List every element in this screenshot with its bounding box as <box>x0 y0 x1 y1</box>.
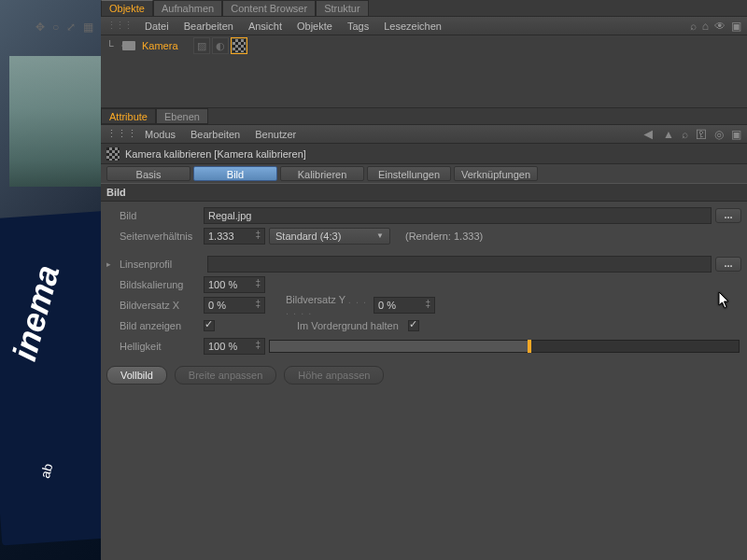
input-bild-path[interactable] <box>204 207 712 224</box>
circle-icon[interactable]: ○ <box>52 21 59 34</box>
menu-tags[interactable]: Tags <box>340 19 376 34</box>
menu-objekte[interactable]: Objekte <box>289 19 340 34</box>
label-brightness: Helligkeit <box>106 341 200 352</box>
manager-panel: Objekte Aufnahmen Content Browser Strukt… <box>101 0 747 560</box>
menu-bearbeiten[interactable]: Bearbeiten <box>176 19 241 34</box>
subtab-verknuepfungen[interactable]: Verknüpfungen <box>454 166 538 181</box>
checkbox-show-image[interactable] <box>204 320 215 331</box>
menu-datei[interactable]: Datei <box>137 19 176 34</box>
target-icon[interactable]: ◎ <box>714 128 724 141</box>
attr-menu-modus[interactable]: Modus <box>137 127 183 142</box>
tab-content-browser[interactable]: Content Browser <box>222 0 316 16</box>
attribute-object-header: Kamera kalibrieren [Kamera kalibrieren] <box>101 144 747 164</box>
subtab-einstellungen[interactable]: Einstellungen <box>367 166 451 181</box>
section-heading: Bild <box>101 183 747 202</box>
slider-brightness[interactable] <box>269 340 740 353</box>
subtab-kalibrieren[interactable]: Kalibrieren <box>280 166 364 181</box>
input-offset-y[interactable]: 0 % <box>374 297 435 314</box>
browse-lens-button[interactable]: ... <box>715 257 741 272</box>
eye-icon[interactable]: 👁 <box>714 20 726 33</box>
home-icon[interactable]: ⌂ <box>702 20 709 33</box>
aspect-render-note: (Rendern: 1.333) <box>405 231 483 242</box>
fit-buttons: Vollbild Breite anpassen Höhe anpassen <box>101 360 747 390</box>
object-manager-menu: ⋮⋮⋮ Datei Bearbeiten Ansicht Objekte Tag… <box>101 17 747 35</box>
row-offsets: Bildversatz X 0 % Bildversatz Y . . . . … <box>106 295 741 315</box>
lock-icon[interactable]: ⚿ <box>696 128 707 141</box>
tag-slot-2[interactable]: ◐ <box>212 37 229 54</box>
row-scale: Bildskalierung 100 % <box>106 274 741 295</box>
attribute-title: Kamera kalibrieren [Kamera kalibrieren] <box>125 148 306 160</box>
dock-icon[interactable]: ▣ <box>731 20 741 33</box>
subtab-bild[interactable]: Bild <box>193 166 277 181</box>
checkbox-keep-foreground[interactable] <box>408 320 419 331</box>
attributes-body: Bild ... Seitenverhältnis 1.333 Standard… <box>101 202 747 360</box>
button-fit-height: Höhe anpassen <box>284 366 384 385</box>
expand-icon[interactable]: ⤢ <box>66 21 76 34</box>
object-tags: ▨ ◐ <box>193 37 247 54</box>
input-aspect-value[interactable]: 1.333 <box>204 228 265 245</box>
input-offset-x[interactable]: 0 % <box>204 297 265 314</box>
row-brightness: Helligkeit 100 % <box>106 336 741 357</box>
tree-row-kamera[interactable]: └ Kamera ▨ ◐ <box>101 35 747 56</box>
tab-ebenen[interactable]: Ebenen <box>156 108 208 124</box>
attr-menu-bearbeiten[interactable]: Bearbeiten <box>183 127 247 142</box>
viewport-image-sign <box>0 211 101 546</box>
viewport-preview[interactable]: ✥ ○ ⤢ ▦ inema ab <box>0 0 101 560</box>
input-scale[interactable]: 100 % <box>204 276 265 293</box>
manager-tabs: Objekte Aufnahmen Content Browser Strukt… <box>101 0 747 17</box>
tag-slot-1[interactable]: ▨ <box>193 37 210 54</box>
move-icon[interactable]: ✥ <box>35 21 45 34</box>
tab-struktur[interactable]: Struktur <box>316 0 369 16</box>
subtab-basis[interactable]: Basis <box>106 166 190 181</box>
row-lensprofile: ▸ Linsenprofil ... <box>106 254 741 274</box>
row-aspect: Seitenverhältnis 1.333 Standard (4:3) (R… <box>106 226 741 246</box>
tab-attribute[interactable]: Attribute <box>101 108 156 124</box>
attribute-tabs: Attribute Ebenen <box>101 108 747 125</box>
grip-icon[interactable]: ⋮⋮⋮ <box>106 20 132 32</box>
label-show-image: Bild anzeigen <box>106 320 200 331</box>
input-brightness[interactable]: 100 % <box>204 338 265 355</box>
grip-icon[interactable]: ⋮⋮⋮ <box>106 128 137 140</box>
tree-item-label[interactable]: Kamera <box>138 39 182 52</box>
button-fit-width: Breite anpassen <box>175 366 277 385</box>
new-icon[interactable]: ▣ <box>731 128 741 141</box>
menu-ansicht[interactable]: Ansicht <box>241 19 289 34</box>
viewport-image-top <box>9 56 101 187</box>
search-icon[interactable]: ⌕ <box>682 128 688 141</box>
tab-aufnahmen[interactable]: Aufnahmen <box>153 0 222 16</box>
label-lensprofile: Linsenprofil <box>120 259 204 270</box>
label-aspect: Seitenverhältnis <box>106 231 200 242</box>
label-scale: Bildskalierung <box>106 279 200 290</box>
expand-handle[interactable]: └ <box>101 37 120 54</box>
label-bild: Bild <box>106 210 200 221</box>
attribute-subtabs: Basis Bild Kalibrieren Einstellungen Ver… <box>101 164 747 183</box>
label-offset-x: Bildversatz X <box>106 300 200 311</box>
tag-camera-calibrator[interactable] <box>231 37 247 54</box>
up-arrow-icon[interactable]: ▲ <box>663 128 674 141</box>
object-tree[interactable]: └ Kamera ▨ ◐ <box>101 35 747 108</box>
browse-bild-button[interactable]: ... <box>715 208 741 223</box>
input-lensprofile[interactable] <box>207 256 712 273</box>
back-arrow-icon[interactable]: ◄ <box>641 126 655 143</box>
dropdown-aspect-preset[interactable]: Standard (4:3) <box>269 228 390 245</box>
search-icon[interactable]: ⌕ <box>690 20 697 33</box>
attribute-menu: ⋮⋮⋮ Modus Bearbeiten Benutzer ◄ ▲ ⌕ ⚿ ◎ … <box>101 125 747 144</box>
viewport-tool-icons[interactable]: ✥ ○ ⤢ ▦ <box>35 21 93 34</box>
button-vollbild[interactable]: Vollbild <box>106 366 167 385</box>
calibrator-tag-icon <box>106 147 120 161</box>
menu-lesezeichen[interactable]: Lesezeichen <box>376 19 449 34</box>
disclosure-icon[interactable]: ▸ <box>106 259 116 269</box>
label-offset-y: Bildversatz Y . . . . . . . <box>286 294 370 316</box>
label-keep-foreground: Im Vordergrund halten <box>297 320 399 331</box>
attr-menu-benutzer[interactable]: Benutzer <box>247 127 303 142</box>
tab-objekte[interactable]: Objekte <box>101 0 153 16</box>
row-bild: Bild ... <box>106 205 741 226</box>
row-checks: Bild anzeigen Im Vordergrund halten <box>106 315 741 336</box>
camera-object-icon <box>120 37 138 54</box>
grid-icon[interactable]: ▦ <box>83 21 93 34</box>
